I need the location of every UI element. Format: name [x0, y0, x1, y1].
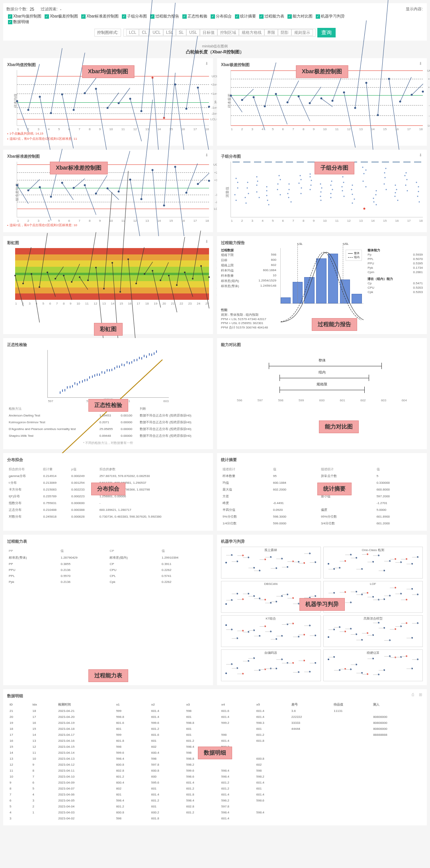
subgroup-count-label: 数据分个数:	[6, 6, 27, 12]
checkbox-option[interactable]: ✓过程能力表	[259, 14, 284, 19]
xbar-range-chart: 样本极差 UCL=6.9483+2σ=5.8997+1σ=4.8510R̄=3.…	[231, 70, 423, 126]
rainbow-chart: σ = 3.1029σ = 2.1752σ = 1.6397σ = 1.3711…	[15, 248, 209, 300]
checkbox-option[interactable]: ✓正态性检验	[182, 14, 207, 19]
checkbox-option[interactable]: ✓Xbar极差控制图	[45, 14, 78, 19]
panel-capability: 过程能力报告 过程数据规格下限598目标600规格上限602样本均值600.18…	[217, 236, 427, 334]
checkbox-option[interactable]: ✓Xbar均值控制图	[8, 14, 41, 19]
panel-title: Xbar标准差控制图	[7, 154, 209, 159]
limit-option[interactable]: LCL	[126, 29, 139, 36]
tag-label: 彩虹图	[94, 323, 123, 336]
y-axis-label: 测量值	[225, 187, 230, 197]
xbar-mean-chart: 样本均值 UCL=602.474+2σ=601.2495+1σ=600.3896…	[17, 70, 209, 126]
panel-ml: 机器学习判异 机器学习判异 孤立森林One-Class 检测DBSCANLOFK…	[217, 535, 427, 685]
data-detail-table: IDIdx检测时间x1x2x3x4x5差号待品值测人21182023-04-21…	[7, 701, 423, 821]
panel-xbar-mean: Xbar均值控制图 ⬇ Xbar均值控制图 样本均值 UCL=602.474+2…	[3, 58, 213, 146]
limit-option[interactable]: UCL	[150, 29, 163, 36]
filter-label: 过滤因素:	[41, 6, 58, 12]
download-icon[interactable]: ⬇	[205, 61, 210, 66]
checkbox-option[interactable]: ✓子组分布图	[122, 14, 147, 19]
panel-title: 统计摘要	[221, 457, 423, 463]
download-icon[interactable]: ⬇	[419, 61, 424, 66]
capability-values: 整体能力Pp0.5939PPL0.5070PPU0.5395Ppk0.1734C…	[367, 248, 423, 304]
download-icon[interactable]: ⬇	[205, 239, 210, 244]
ml-subplot: One-Class 检测	[323, 547, 423, 579]
tag-label: 子组分布图	[315, 162, 354, 174]
data-point[interactable]	[422, 90, 424, 92]
tag-label: 机器学习判异	[299, 598, 345, 611]
data-point[interactable]	[208, 106, 210, 108]
checkbox-option[interactable]: ✓分布拟合	[211, 14, 232, 19]
process-data: 过程数据规格下限598目标600规格上限602样本均值600.1884样本数量1…	[221, 248, 276, 304]
panel-subgroup: 子组分布图 ⬇ 子组分布图 测量值	[217, 150, 427, 232]
limit-option[interactable]: USL	[186, 29, 199, 36]
panel-title: 数据明细	[7, 693, 423, 699]
limit-option[interactable]: 界限	[264, 29, 278, 36]
panel-title: 子组分布图	[221, 154, 423, 159]
limit-option[interactable]: 规则显示	[291, 29, 313, 36]
style-label: 控制图样式:	[94, 29, 121, 37]
xbar-sd-chart: 标准差均值 UCL=2.4640+2σ=2.1752+1σ=1.6397S̄=1…	[17, 162, 209, 217]
panel-xbar-range: Xbar极差控制图 ⬇ Xbar极差控制图 样本极差 UCL=6.9483+2σ…	[217, 58, 427, 146]
panel-compare: 能力对比图 整体组内规格限596597598599600601602603604…	[217, 338, 427, 449]
limit-option[interactable]: 控制区域	[217, 29, 239, 36]
panel-stats: 统计摘要 统计摘要 描述统计值描述统计值样本数量95异常点个数5均值600.18…	[217, 453, 427, 531]
checkbox-option[interactable]: ✓统计摘要	[235, 14, 256, 19]
limit-option[interactable]: 阴影	[278, 29, 291, 36]
limit-option[interactable]: SL	[176, 29, 186, 36]
captable-table: PP值CP值标准差(整体)1.28790429标准差(组内)1.29910394…	[7, 547, 209, 585]
panel-title: 过程能力报告	[221, 240, 423, 246]
tag-label: 过程能力表	[88, 669, 128, 682]
tag-label: 数据明细	[198, 747, 232, 759]
rule-violations: •连续7点，有6个点出现在C区或则C区标准差: 10	[7, 223, 209, 227]
tag-label: Xbar极差控制图	[296, 65, 348, 78]
compare-chart: 整体组内规格限596597598599600601602603604	[221, 350, 423, 410]
checkbox-option[interactable]: ✓过程能力报告	[150, 14, 179, 19]
legend: 整体 组内	[346, 250, 362, 261]
ml-subplot: 高斯混合模型	[323, 615, 423, 647]
top-toolbar: 数据分个数: 25 过滤因素: - 显示内容: ✓Xbar均值控制图✓Xbar极…	[3, 3, 427, 41]
ml-charts: 孤立森林One-Class 检测DBSCANLOFKT组合高斯混合模型自编码器稳…	[221, 547, 423, 681]
limit-option[interactable]: LSL	[163, 29, 176, 36]
data-point[interactable]	[208, 180, 210, 182]
ml-subplot: 孤立森林	[221, 547, 321, 579]
checkbox-option[interactable]: ✓Xbar标准差控制图	[81, 14, 119, 19]
ml-subplot: KT组合	[221, 615, 321, 647]
download-icon[interactable]: ⬇	[419, 153, 424, 158]
ml-subplot: 稳健估算	[323, 649, 423, 681]
panel-rainbow: 彩虹图 ⬇ σ = 3.1029σ = 2.1752σ = 1.6397σ = …	[3, 236, 213, 334]
tag-label: 统计摘要	[317, 483, 352, 495]
panel-detail: 数据明细 ⊞ ⎙ 数据明细 IDIdx检测时间x1x2x3x4x5差号待品值测人…	[3, 689, 427, 825]
panel-title: 分布拟合	[7, 457, 209, 463]
panel-fit: 分布拟合 分布拟合 拟合的分布统计量p值拟合的参数gamma分布0.214914…	[3, 453, 213, 531]
filter-value: -	[60, 7, 61, 12]
qq-plot: 597599601603	[47, 350, 168, 398]
subgroup-count-value: 25	[30, 7, 34, 12]
stats-table: 描述统计值描述统计值样本数量95异常点个数5均值600.18840.330000…	[221, 466, 423, 527]
panel-normality: 正态性检验 597599601603 观测值 正态性检验 检验方法统计量p值判断…	[3, 338, 213, 449]
limit-option[interactable]: 目标值	[200, 29, 217, 36]
checkbox-option[interactable]: ✓机器学习判异	[316, 14, 345, 19]
tag-label: Xbar均值控制图	[82, 65, 134, 78]
tag-label: 过程能力报告	[312, 318, 357, 331]
tag-label: Xbar标准差控制图	[50, 162, 108, 174]
panel-xbar-sd: Xbar标准差控制图 ⬇ Xbar标准差控制图 标准差均值 UCL=2.4640…	[3, 150, 213, 232]
rule-violations: •1个点触及判异线: 14,15•连续7点，有6个点出现在C区或则C区标准差: …	[7, 131, 209, 141]
print-icon[interactable]: ⎙	[412, 692, 416, 697]
capability-histogram: 整体 组内 LSLUSL	[280, 248, 364, 304]
export-icon[interactable]: ⊞	[419, 692, 424, 697]
panel-title: 能力对比图	[221, 342, 423, 348]
panel-captable: 过程能力表 过程能力表 PP值CP值标准差(整体)1.28790429标准差(组…	[3, 535, 213, 685]
panel-title: 正态性检验	[7, 342, 209, 348]
limit-option[interactable]: 规格方格线	[239, 29, 264, 36]
download-icon[interactable]: ⬇	[205, 153, 210, 158]
ml-subplot: 自编码器	[221, 649, 321, 681]
tag-label: 分布拟合	[91, 483, 125, 495]
tag-label: 正态性检验	[88, 399, 128, 412]
panel-title: 过程能力表	[7, 539, 209, 544]
checkbox-option[interactable]: ✓能力对比图	[287, 14, 313, 19]
title-main: 凸轮轴长度（Xbar-R控制图）	[3, 49, 427, 55]
checkbox-option[interactable]: ✓数据明细	[8, 19, 29, 25]
query-button[interactable]: 查询	[317, 28, 336, 37]
show-content-label: 显示内容:	[406, 6, 423, 12]
panel-title: 机器学习判异	[221, 539, 423, 544]
